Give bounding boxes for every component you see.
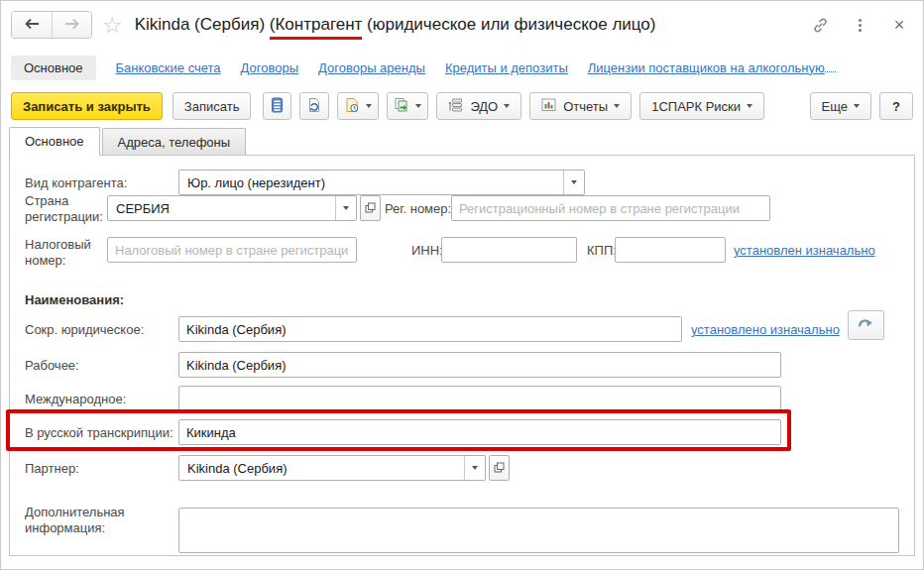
kind-value: Юр. лицо (нерезидент) (179, 171, 563, 194)
post-document-button[interactable] (299, 92, 329, 120)
refill-icon (858, 317, 874, 333)
country-label: Страна регистрации: (25, 193, 106, 225)
working-name-label: Рабочее: (25, 358, 79, 374)
title-suffix: (юридическое или физическое лицо) (362, 15, 655, 34)
international-name-input[interactable] (178, 386, 781, 411)
reports-icon (541, 98, 557, 115)
tab-main[interactable]: Основное (9, 127, 100, 156)
transcription-label: В русской транскрипции: (25, 425, 173, 441)
dropdown-icon[interactable] (335, 196, 356, 220)
inn-label: ИНН: (411, 243, 443, 259)
forward-button[interactable] (52, 12, 91, 38)
counterparty-form-window: ☆ Kikinda (Сербия) (Контрагент (юридичес… (0, 0, 924, 570)
short-name-input[interactable] (178, 316, 682, 342)
reports-button-label: Отчеты (563, 99, 608, 114)
kind-label: Вид контрагента: (25, 175, 127, 191)
transcription-input[interactable] (178, 419, 781, 445)
nav-item-contracts[interactable]: Договоры (241, 60, 298, 75)
kind-combobox[interactable]: Юр. лицо (нерезидент) (178, 170, 585, 195)
link-icon[interactable] (810, 15, 830, 35)
save-button[interactable]: Записать (173, 92, 252, 120)
dropdown-icon (504, 104, 510, 108)
favorite-icon[interactable]: ☆ (102, 14, 123, 37)
taxnum-input[interactable] (107, 237, 357, 263)
regnum-label: Рег. номер: (385, 201, 451, 217)
save-and-close-button[interactable]: Записать и закрыть (11, 92, 163, 120)
short-name-initial-link[interactable]: установлено изначально (691, 322, 840, 337)
regnum-input[interactable] (451, 195, 770, 221)
nav-item-credits-deposits[interactable]: Кредиты и депозиты (445, 60, 568, 75)
title-prefix: Kikinda (Сербия) (135, 15, 270, 34)
help-button[interactable]: ? (879, 92, 913, 120)
page-title: Kikinda (Сербия) (Контрагент (юридическо… (135, 15, 656, 35)
nav-item-bank-accounts[interactable]: Банковские счета (116, 60, 221, 75)
nav-item-lease-contracts[interactable]: Договоры аренды (318, 60, 425, 75)
inn-initial-link[interactable]: установлен изначально (734, 243, 875, 258)
dropdown-icon[interactable] (563, 171, 584, 194)
section-nav: Основное Банковские счета Договоры Догов… (1, 49, 923, 86)
partner-label: Партнер: (25, 461, 79, 477)
nav-item-main-current[interactable]: Основное (11, 56, 96, 80)
partner-combobox[interactable]: Kikinda (Сербия) (178, 455, 486, 481)
spark-risks-button[interactable]: 1СПАРК Риски (639, 92, 764, 120)
inn-input[interactable] (441, 237, 577, 263)
country-combobox[interactable]: СЕРБИЯ (107, 195, 357, 221)
kpp-label: КПП: (587, 243, 617, 259)
partner-value: Kikinda (Сербия) (179, 456, 464, 480)
kpp-input[interactable] (615, 237, 726, 263)
working-name-input[interactable] (178, 352, 781, 378)
form-tabs: Основное Адреса, телефоны (1, 126, 923, 155)
history-nav-group (11, 11, 92, 39)
dropdown-icon (854, 104, 860, 108)
edo-button-label: ЭДО (470, 99, 498, 114)
history-button[interactable] (337, 92, 379, 120)
reports-button[interactable]: Отчеты (529, 92, 632, 120)
dropdown-icon (415, 104, 421, 108)
copy-to-button[interactable] (387, 92, 428, 120)
short-name-label: Сокр. юридическое: (25, 322, 144, 338)
record-list-icon (270, 97, 285, 116)
country-value: СЕРБИЯ (108, 196, 335, 220)
edo-button[interactable]: ЭДО (436, 92, 521, 120)
history-document-icon (344, 97, 360, 116)
additional-info-textarea[interactable] (178, 508, 899, 553)
close-icon[interactable]: × (889, 15, 909, 35)
record-list-button[interactable] (263, 92, 291, 120)
menu-icon[interactable] (850, 15, 869, 35)
back-icon (24, 18, 40, 33)
form-panel: Вид контрагента: Юр. лицо (нерезидент) С… (9, 155, 915, 556)
more-button[interactable]: Еще (810, 92, 871, 120)
nav-item-alcohol-licenses[interactable]: Лицензии поставщиков на алкогольную (588, 60, 836, 75)
taxnum-label: Налоговый номер: (25, 237, 106, 269)
open-icon (494, 461, 505, 476)
dropdown-icon (747, 104, 752, 108)
forward-icon (64, 18, 80, 33)
additional-info-label: Дополнительная информация: (25, 505, 154, 536)
copy-document-icon (394, 97, 409, 116)
edo-icon (448, 98, 464, 115)
international-name-label: Международное: (25, 392, 126, 407)
partner-open-button[interactable] (489, 455, 510, 481)
toolbar: Записать и закрыть Записать (1, 86, 923, 126)
dropdown-icon (614, 104, 620, 108)
open-icon (365, 201, 376, 216)
dropdown-icon[interactable] (464, 456, 485, 480)
post-document-icon (306, 97, 322, 116)
tab-addresses-phones[interactable]: Адреса, телефоны (102, 128, 247, 155)
names-section-header: Наименования: (25, 292, 124, 307)
refill-names-button[interactable] (848, 310, 884, 340)
more-button-label: Еще (822, 99, 848, 114)
back-button[interactable] (12, 12, 52, 38)
title-underlined-part: (Контрагент (270, 15, 363, 40)
dropdown-icon (366, 104, 372, 108)
spark-risks-button-label: 1СПАРК Риски (651, 99, 741, 114)
titlebar: ☆ Kikinda (Сербия) (Контрагент (юридичес… (1, 1, 923, 49)
country-open-button[interactable] (360, 195, 381, 221)
